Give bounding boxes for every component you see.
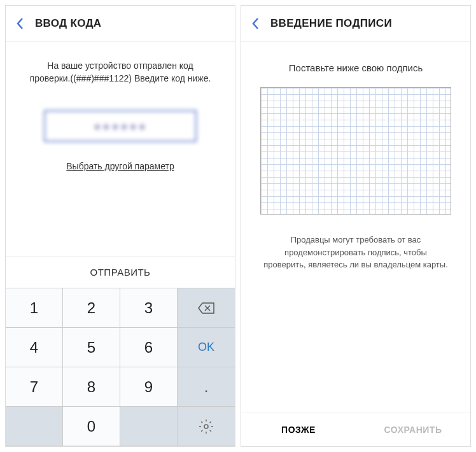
key-0[interactable]: 0: [63, 407, 120, 446]
key-2[interactable]: 2: [63, 288, 120, 328]
code-entry-screen: ВВОД КОДА На ваше устройство отправлен к…: [5, 5, 235, 447]
back-icon[interactable]: [16, 17, 24, 30]
svg-point-2: [204, 425, 208, 428]
key-1[interactable]: 1: [6, 288, 63, 328]
key-backspace[interactable]: [178, 288, 235, 328]
save-button[interactable]: СОХРАНИТЬ: [356, 413, 470, 446]
header: ВВОД КОДА: [6, 6, 235, 42]
choose-other-link[interactable]: Выбрать другой параметр: [66, 161, 174, 171]
footer-buttons: ПОЗЖЕ СОХРАНИТЬ: [241, 413, 470, 446]
signature-instruction: Поставьте ниже свою подпись: [289, 62, 423, 73]
numeric-keyboard: 1 2 3 4 5 6 OK 7 8 9 . 0: [6, 288, 235, 446]
code-input[interactable]: [44, 110, 197, 142]
key-dot[interactable]: .: [178, 367, 235, 407]
key-empty-left: [6, 407, 63, 446]
back-icon[interactable]: [251, 17, 259, 30]
header: ВВЕДЕНИЕ ПОДПИСИ: [241, 6, 470, 42]
page-title: ВВОД КОДА: [35, 17, 101, 30]
key-6[interactable]: 6: [120, 328, 178, 367]
later-button[interactable]: ПОЗЖЕ: [241, 413, 356, 446]
gear-icon: [199, 419, 214, 434]
content-area: На ваше устройство отправлен код проверк…: [6, 42, 235, 256]
key-settings[interactable]: [178, 407, 235, 446]
signature-note: Продавцы могут требовать от вас продемон…: [263, 234, 448, 271]
key-3[interactable]: 3: [120, 288, 178, 328]
signature-screen: ВВЕДЕНИЕ ПОДПИСИ Поставьте ниже свою под…: [241, 5, 471, 447]
key-7[interactable]: 7: [6, 367, 63, 407]
key-empty-right: [120, 407, 178, 446]
key-5[interactable]: 5: [63, 328, 120, 367]
send-button[interactable]: ОТПРАВИТЬ: [6, 256, 235, 288]
key-4[interactable]: 4: [6, 328, 63, 367]
instruction-text: На ваше устройство отправлен код проверк…: [28, 60, 213, 85]
key-8[interactable]: 8: [63, 367, 120, 407]
page-title: ВВЕДЕНИЕ ПОДПИСИ: [270, 17, 392, 30]
key-9[interactable]: 9: [120, 367, 178, 407]
content-area: Поставьте ниже свою подпись Продавцы мог…: [241, 42, 470, 413]
key-ok[interactable]: OK: [178, 328, 235, 367]
backspace-icon: [197, 302, 215, 314]
signature-pad[interactable]: [260, 87, 451, 215]
